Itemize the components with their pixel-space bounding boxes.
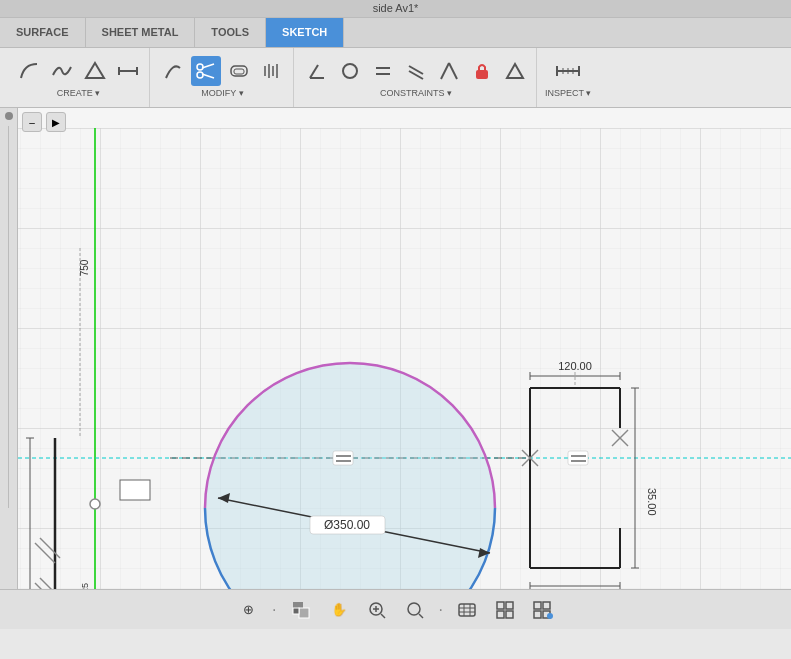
hline-tool-btn[interactable] <box>113 56 143 86</box>
arc-modify-btn[interactable] <box>158 56 188 86</box>
svg-point-107 <box>547 613 553 619</box>
equal-constraint-btn[interactable] <box>368 56 398 86</box>
offset-btn[interactable] <box>224 56 254 86</box>
svg-line-6 <box>202 74 214 78</box>
angle-constraint-btn[interactable] <box>302 56 332 86</box>
svg-rect-102 <box>506 611 513 618</box>
svg-rect-7 <box>231 66 247 76</box>
sketch-svg: Ø350.00 120.00 <box>0 108 791 629</box>
modify-section: MODIFY ▾ <box>152 48 294 107</box>
svg-point-15 <box>343 64 357 78</box>
create-icons-row <box>14 56 143 86</box>
svg-rect-100 <box>506 602 513 609</box>
title-bar: side Av1* <box>0 0 791 18</box>
top-bar: side Av1* SURFACE SHEET METAL TOOLS SKET… <box>0 0 791 108</box>
panel-collapse-btn[interactable] <box>5 112 13 120</box>
triangle-tool-btn[interactable] <box>80 56 110 86</box>
svg-point-3 <box>197 64 203 70</box>
inspect-section: INSPECT ▾ <box>539 48 597 107</box>
left-panel <box>0 108 18 589</box>
constraints-section: CONSTRAINTS ▾ <box>296 48 537 107</box>
svg-rect-99 <box>497 602 504 609</box>
view-ctrl-1[interactable]: – <box>22 112 42 132</box>
svg-line-5 <box>202 64 214 68</box>
svg-rect-57 <box>120 480 150 500</box>
display-settings-btn[interactable] <box>453 596 481 624</box>
svg-line-91 <box>381 614 385 618</box>
modify-tools: MODIFY ▾ <box>158 56 287 98</box>
svg-rect-103 <box>534 602 541 609</box>
spline-tool-btn[interactable] <box>47 56 77 86</box>
svg-line-14 <box>310 65 318 78</box>
svg-line-18 <box>409 66 423 74</box>
toolbar: CREATE ▾ <box>0 48 791 107</box>
angle2-constraint-btn[interactable] <box>434 56 464 86</box>
svg-rect-104 <box>543 602 550 609</box>
create-section: CREATE ▾ <box>8 48 150 107</box>
svg-point-4 <box>197 72 203 78</box>
line-tool-btn[interactable] <box>14 56 44 86</box>
parallel-constraint-btn[interactable] <box>401 56 431 86</box>
grid-settings-btn[interactable] <box>491 596 519 624</box>
scissors-btn[interactable] <box>191 56 221 86</box>
zoom-in-btn[interactable] <box>363 596 391 624</box>
tab-sheet-metal[interactable]: SHEET METAL <box>86 18 196 47</box>
pan-btn[interactable]: ✋ <box>325 596 353 624</box>
bottom-bar: ⊕ · ✋ · <box>0 589 791 629</box>
svg-rect-82 <box>568 451 588 465</box>
title-label: side Av1* <box>373 2 419 14</box>
tab-tools[interactable]: TOOLS <box>195 18 266 47</box>
snap-settings-btn[interactable] <box>529 596 557 624</box>
lock-constraint-btn[interactable] <box>467 56 497 86</box>
svg-line-21 <box>449 63 457 79</box>
svg-rect-8 <box>234 69 244 74</box>
svg-text:Ø350.00: Ø350.00 <box>324 518 370 532</box>
view-controls: – ▶ <box>22 112 66 132</box>
svg-text:35.00: 35.00 <box>646 488 658 516</box>
svg-rect-94 <box>459 604 475 616</box>
circle-constraint-btn[interactable] <box>335 56 365 86</box>
zoom-fit-btn[interactable] <box>401 596 429 624</box>
svg-line-93 <box>419 614 423 618</box>
svg-point-92 <box>408 603 420 615</box>
inspect-label[interactable]: INSPECT ▾ <box>545 88 591 98</box>
svg-point-56 <box>90 499 100 509</box>
inspect-icons-row <box>553 56 583 86</box>
view-ctrl-2[interactable]: ▶ <box>46 112 66 132</box>
svg-text:120.00: 120.00 <box>558 360 592 372</box>
svg-rect-22 <box>476 70 488 79</box>
triangle-constraint-btn[interactable] <box>500 56 530 86</box>
svg-rect-87 <box>293 608 299 614</box>
tab-row: SURFACE SHEET METAL TOOLS SKETCH <box>0 18 791 48</box>
svg-rect-105 <box>534 611 541 618</box>
constraints-icons-row <box>302 56 530 86</box>
pattern-btn[interactable] <box>257 56 287 86</box>
modify-label[interactable]: MODIFY ▾ <box>201 88 243 98</box>
create-label[interactable]: CREATE ▾ <box>57 88 100 98</box>
canvas-area[interactable]: – ▶ <box>0 108 791 629</box>
tab-sketch[interactable]: SKETCH <box>266 18 344 47</box>
svg-line-20 <box>441 63 449 79</box>
tab-surface[interactable]: SURFACE <box>0 18 86 47</box>
modify-icons-row <box>158 56 287 86</box>
view-cube-btn[interactable] <box>287 596 315 624</box>
inspect-tools: INSPECT ▾ <box>545 56 591 98</box>
svg-rect-101 <box>497 611 504 618</box>
svg-rect-86 <box>299 608 309 618</box>
constraints-label[interactable]: CONSTRAINTS ▾ <box>380 88 452 98</box>
svg-line-19 <box>409 71 423 79</box>
svg-rect-79 <box>333 451 353 465</box>
measure-btn[interactable] <box>553 56 583 86</box>
constraints-tools: CONSTRAINTS ▾ <box>302 56 530 98</box>
svg-text:750: 750 <box>79 259 90 276</box>
home-btn[interactable]: ⊕ <box>234 596 262 624</box>
create-tools: CREATE ▾ <box>14 56 143 98</box>
